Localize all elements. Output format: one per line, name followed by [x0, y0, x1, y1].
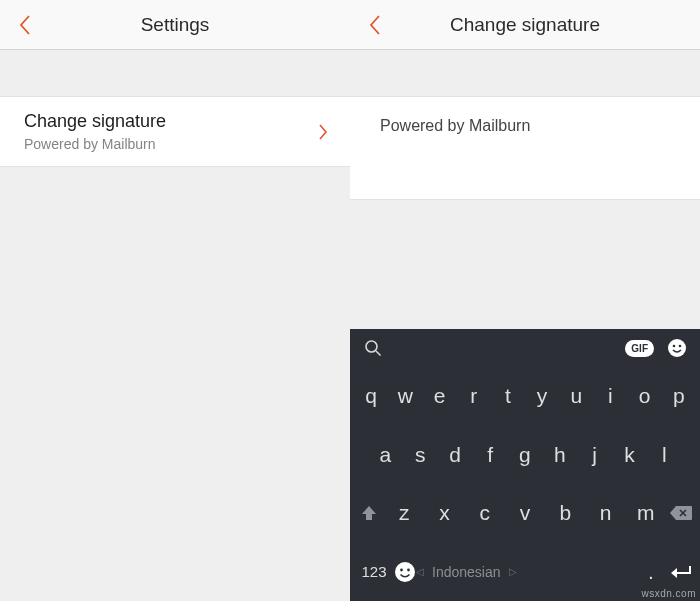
key-y[interactable]: y — [527, 384, 557, 408]
edit-signature-screen: Change signature Powered by Mailburn GIF… — [350, 0, 700, 601]
key-i[interactable]: i — [595, 384, 625, 408]
spacebar-language[interactable]: ◁ Indonesian ▷ — [416, 564, 636, 580]
settings-screen: Settings Change signature Powered by Mai… — [0, 0, 350, 601]
prev-lang-icon: ◁ — [416, 566, 424, 577]
backspace-key[interactable] — [666, 502, 696, 524]
chevron-left-icon — [364, 14, 386, 36]
key-e[interactable]: e — [424, 384, 454, 408]
keyboard-row-3: zxcvbnm — [350, 484, 700, 543]
change-signature-row[interactable]: Change signature Powered by Mailburn — [0, 96, 350, 167]
key-n[interactable]: n — [591, 501, 621, 525]
back-button[interactable] — [14, 14, 36, 36]
key-q[interactable]: q — [356, 384, 386, 408]
page-title: Change signature — [450, 14, 600, 36]
svg-point-0 — [366, 341, 377, 352]
key-u[interactable]: u — [561, 384, 591, 408]
key-v[interactable]: v — [510, 501, 540, 525]
keyboard-toolbar: GIF — [350, 329, 700, 367]
key-h[interactable]: h — [545, 443, 575, 467]
search-icon[interactable] — [362, 337, 384, 359]
svg-point-6 — [400, 568, 403, 571]
key-g[interactable]: g — [510, 443, 540, 467]
language-label: Indonesian — [432, 564, 501, 580]
key-w[interactable]: w — [390, 384, 420, 408]
svg-point-3 — [673, 345, 676, 348]
signature-text: Powered by Mailburn — [380, 117, 670, 135]
key-m[interactable]: m — [631, 501, 661, 525]
signature-editor[interactable]: Powered by Mailburn — [350, 96, 700, 200]
enter-key[interactable] — [666, 561, 696, 583]
chevron-left-icon — [14, 14, 36, 36]
watermark: wsxdn.com — [641, 588, 696, 599]
key-d[interactable]: d — [440, 443, 470, 467]
key-t[interactable]: t — [493, 384, 523, 408]
svg-line-1 — [376, 351, 381, 356]
emoji-key[interactable] — [394, 561, 416, 583]
row-text: Change signature Powered by Mailburn — [24, 111, 166, 152]
spacer — [0, 50, 350, 96]
next-lang-icon: ▷ — [509, 566, 517, 577]
navbar: Change signature — [350, 0, 700, 50]
svg-point-4 — [679, 345, 682, 348]
gif-button[interactable]: GIF — [625, 340, 654, 357]
svg-point-2 — [668, 339, 686, 357]
key-b[interactable]: b — [550, 501, 580, 525]
period-key[interactable]: . — [636, 560, 666, 584]
key-x[interactable]: x — [429, 501, 459, 525]
keyboard-row-2: asdfghjkl — [350, 426, 700, 485]
sticker-smiley-icon[interactable] — [666, 337, 688, 359]
key-s[interactable]: s — [405, 443, 435, 467]
key-c[interactable]: c — [470, 501, 500, 525]
page-title: Settings — [141, 14, 210, 36]
row-label: Change signature — [24, 111, 166, 132]
back-button[interactable] — [364, 14, 386, 36]
key-j[interactable]: j — [580, 443, 610, 467]
key-o[interactable]: o — [630, 384, 660, 408]
key-f[interactable]: f — [475, 443, 505, 467]
svg-point-7 — [407, 568, 410, 571]
key-r[interactable]: r — [459, 384, 489, 408]
chevron-right-icon — [314, 124, 332, 140]
svg-point-5 — [395, 562, 415, 582]
numbers-key[interactable]: 123 — [354, 563, 394, 580]
spacer — [350, 50, 700, 96]
keyboard-row-1: qwertyuiop — [350, 367, 700, 426]
shift-key[interactable] — [354, 502, 384, 524]
key-z[interactable]: z — [389, 501, 419, 525]
soft-keyboard: GIF qwertyuiop asdfghjkl zxcvbnm 123 — [350, 329, 700, 601]
key-a[interactable]: a — [370, 443, 400, 467]
key-k[interactable]: k — [615, 443, 645, 467]
key-l[interactable]: l — [649, 443, 679, 467]
row-sub: Powered by Mailburn — [24, 136, 166, 152]
key-p[interactable]: p — [664, 384, 694, 408]
navbar: Settings — [0, 0, 350, 50]
